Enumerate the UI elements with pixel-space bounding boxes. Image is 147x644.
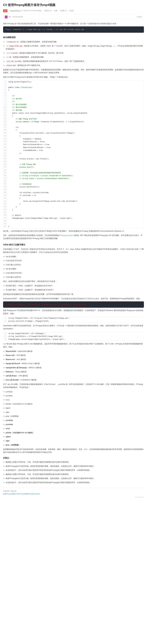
p-input: inputPattern 参数可以包含路径信息，在 FFmpeg 的命令行参数中… [3,324,144,330]
list-item: 3 表示最小总宽为3。 [3,263,144,266]
tag-bar: C# 专栏收录该内容 订阅专栏 [3,14,144,20]
list-item: gray（灰度图像） [3,415,144,418]
param-item: -framerate 25: 设置输入图像序列的帧率，这里意为每秒25帧。 [3,40,144,44]
h-03d: %03d 表示三位数字索引 [3,243,144,246]
list-item: 四位数字索引：%04d，比如数字7，将会被格式化为"0007"。 [3,284,144,287]
csdn-mark: CSDN @懵小白 [3,496,144,498]
p-win2: 如果 ffmpeg.exe 不在系统的环境变量 PATH 中，无法直接通过命令行… [3,309,144,315]
note-item: 在实际项目中，还应当处理可能出现的异常情况等到其他FFmpeg执行期间可能遇到异… [3,481,144,484]
pix-item: p010le（10位深的YUV 4:2:0格式） [3,431,144,434]
meta-collect[interactable]: 收藏 [54,10,57,12]
article-meta: 原创 wangnaisheng 已于 2024-02-19 20:06:48 修… [3,10,144,12]
rec-link[interactable]: 使用ffmpeg将图片保存为mp4视频开启qt的X264位 [3,493,40,495]
code-block-3: 1string imageFolderPath = @"C:\MyImages"… [3,332,144,341]
list-item: yuv444p [3,394,144,397]
note-item: 确保输入的图片序列存在，可读，并且是正确排列或能通过格式化索引匹配得到。 [3,473,144,476]
meta-likes: 点赞数 33 [60,10,67,12]
pix-item: yuv422p [3,419,144,422]
lib-item: libaom-av1：AV1 编码器 [3,358,144,361]
list-item: 0 表示填充字符为零； [3,272,144,274]
lib-item: mpeg2video 或 libmpeg2：MPEG-2 编码器 [3,366,144,369]
footer: 所属专栏下篇文章: 使用ffmpeg将图片保存为mp4视频开启qt的X264位 … [3,488,144,498]
list-03d2: 四位数字索引：%04d，比如数字7，将会被格式化为"0007"。五位数字索引：%… [3,284,144,292]
pix-item: yuv444p [3,423,144,426]
list-item: 3 表示最小总宽为3。 [3,276,144,279]
pix-item: rgb24 [3,435,144,438]
libs-list: libopenh264：OpenH264 编码器libvpx-vp9：VP9 编… [3,350,144,382]
note-2: 请注意，上述代码假设 FFmpeg 可执行文件已经存在于系统的 PATH 环境变… [3,230,144,233]
param-item: -c:v libx264: 指定输出视频流使用 H.264 编码器（libx26… [3,52,144,54]
pix-item: nv12 [3,427,144,430]
autogen-link[interactable]: FFmpeg.AutoGen [59,234,73,236]
pix-item: gray（灰度图像） [3,444,144,446]
tag-link[interactable]: C# [8,16,11,18]
meta-copy: © 版权 [69,10,74,12]
list-item: rgb24 [3,406,144,410]
list-item: yuv422p [3,390,144,393]
list-item: 检查FFmpeg命令行是否正确，检查所使用的额外参数、选区的参数，以及输出文件。… [3,465,144,468]
param-item: -pix_fmt yuv420p: 指定输出视频的像素色彩格式为 YUV 4:2… [3,60,144,63]
params-list: -framerate 25: 设置输入图像序列的帧率，这里意为每秒25帧。-i … [3,40,144,67]
author-link[interactable]: wangnaisheng [10,10,20,12]
param-item: -i image-%03d.jpg: 指定输入文件格式。这里的 %03d 是一个… [3,44,144,50]
tag-avatar [5,16,7,18]
lib-item: libopenh264：OpenH264 编码器 [3,350,144,353]
list-item: rgba [3,411,144,414]
article-title: C# 使用ffmpeg将图片保存为mp4视频 [3,2,144,8]
code-block-1: 1using System.Diagnostics;23public class… [3,80,144,228]
tag-category: 专栏收录该内容 [12,16,23,18]
subscribe-btn[interactable]: 订阅专栏 [137,16,142,18]
original-badge: 原创 [3,10,7,12]
pix-list: yuv422pyuv444pnv12p010le（10位深的YUV 4:2:0格… [3,390,144,446]
lib-item: mpeg4 或 libxvid：MPEG-4 Part 2 编码器 [3,362,144,365]
list-03d: %d 表示整数；0 表示填充字符为零；3 表示最小总宽为3。%d 表示整数；0 … [3,255,144,279]
note-item: 检查FFmpeg命令行是否正确，检查所使用的额外参数、选区的参数，以及输出文件。… [3,477,144,480]
param-item: output.mp4: 最终输出的 MP4 视频文件名。 [3,64,144,67]
h-lib: -c:v libx264 指定 FFmpeg 使用 H.264 视频编码器。这是… [3,342,144,348]
p-pix: 选择哪种像素格式取决于你的具体需求，包括目标质量、色彩精度、编码、播放加支持的格… [3,448,144,454]
h-notes: 注意点： [3,456,144,460]
lib-item: hevc 或 libx265：H.265/HEVC 编码器 [3,378,144,382]
list-item: nv12 [3,398,144,402]
meta-date: 已于 2024-02-19 20:06:48 修改 [20,10,42,12]
list-item: 确保输入的图片序列存在，可读，并且是正确排列或能通过格式化索引匹配得到。 [3,460,144,464]
intro-text: 使用 FFmpeg 这个强大的多媒体处理工具，可以轻松地将一系列图片转换为一个 … [3,22,144,25]
list-item: 0 表示填充字符为零； [3,259,144,262]
lib-item: libtheora：Theora 编码器 [3,370,144,374]
param-item: -r 30: 设置输出视频的帧率，这里是每秒30帧。 [3,56,144,59]
list-item: %d 表示整数； [3,268,144,270]
list-item: p010le（10位深的YUV 4:2:0格式） [3,402,144,406]
lib-item: libvpx-vp9：VP9 编码器 [3,354,144,357]
command-block-1: ffmpeg -framerate 25 -i image-%03d.jpg -… [3,26,144,32]
lib-item: vp8 或 libvpx：VP8 编码器 [3,374,144,378]
note-3: 另外，如果你的应用场景复杂或者需要深入的控制，可以考虑使用诸如FFmpeg.Au… [3,234,144,240]
p-03d2: 所以，如果你需要四位或五位的数字索引，相应的格式化方式会是： [3,280,144,283]
note-1: 如果图片文件名不是按照时间数字序列来排列，你需要根据实际情况调整 -i 参数后的… [3,68,144,74]
list-item: 五位数字索引：%05d，比如数字7，将会被格式化为"00007"。 [3,288,144,292]
code-block-2: 1string ffmpegFullPath = @"C:\Program Fi… [3,316,144,323]
list-item: %d 表示整数； [3,255,144,258]
command-block-2: "C:\path\to\ffmpeg.exe" -framerate 25 -i… [3,302,144,308]
p-03d: 在某些编程上下文中，%03d 是一种格式化字符串的占位符表达式。常见于 C、C+… [3,248,144,254]
meta-views: 阅读量 141 [44,10,52,12]
csharp-intro: 使用 C# 调用 FFmpeg 命令行来转图片序列到 MP4 视频。下面是一个简… [3,76,144,79]
h-pix: 对于 -pix_fmt 参数，它是指定输出视频的像素格式（Pixel Forma… [3,383,144,389]
pix-item: rgba [3,439,144,442]
params-heading: 命令参数说明: [3,36,144,39]
p-03d3: 这样做的目的是确保文件名或其他有规则命名的变量，在字符串按类规格式化时长度一致。 [3,293,144,296]
list-item: 在实际项目中，还应当处理可能出现的异常情况等到其他FFmpeg执行期间可能遇到异… [3,469,144,472]
notes-list: 确保输入的图片序列存在，可读，并且是正确排列或能通过格式化索引匹配得到。检查FF… [3,460,144,484]
p-win: 在Windows环境下，假设FFmpeg可执行文件位于系统PATH环境变量中，可… [3,297,144,300]
